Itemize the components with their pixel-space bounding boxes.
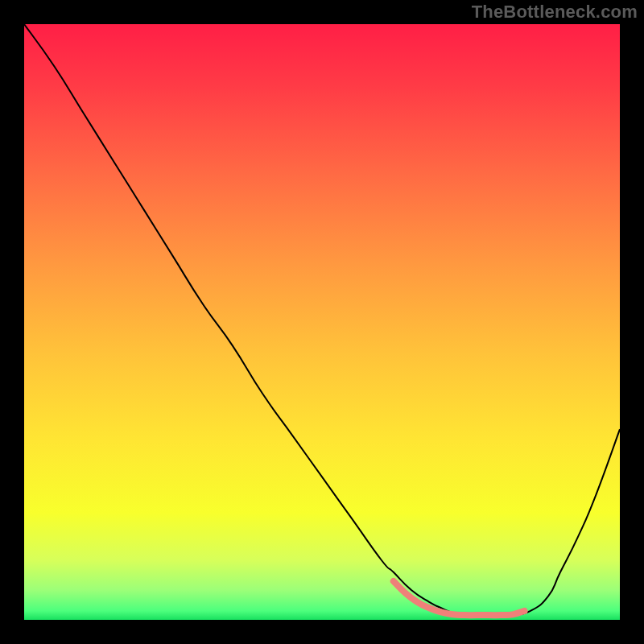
chart-frame: TheBottleneck.com xyxy=(0,0,644,644)
chart-svg xyxy=(24,24,620,620)
watermark-text: TheBottleneck.com xyxy=(472,2,638,23)
plot-area xyxy=(24,24,620,620)
gradient-background xyxy=(24,24,620,620)
